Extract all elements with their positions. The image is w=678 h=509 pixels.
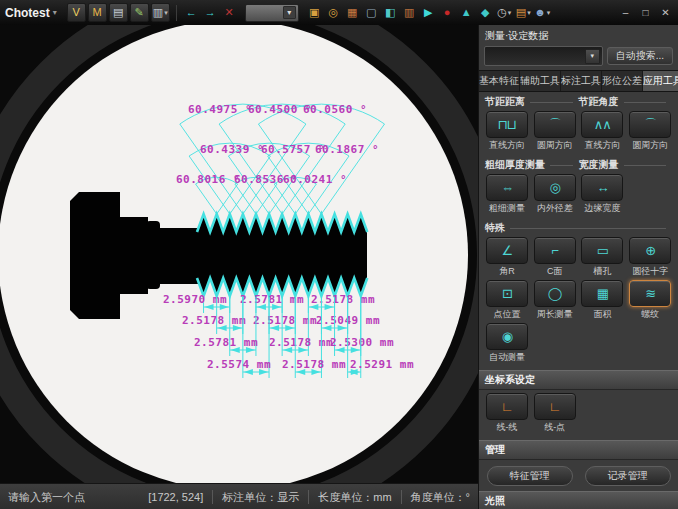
manage-section-header: 管理	[479, 440, 678, 460]
tool-边缘宽度[interactable]: ↔边缘宽度	[580, 174, 626, 215]
auto-measure-icon: ◉	[486, 323, 528, 350]
minimize-button[interactable]: –	[618, 6, 633, 20]
edit-note-icon[interactable]: ✎	[130, 3, 149, 22]
record-icon[interactable]: ●	[439, 4, 456, 21]
chevron-down-icon: ▾	[585, 49, 600, 64]
manage-buttons: 特征管理记录管理	[479, 462, 678, 488]
app-window: Chotest ▾ VM▤✎▥▾←→✕▾▣◎▦▢◧▥▶●▲◆◷▾▤▾☻▾ –□✕	[0, 0, 678, 509]
window-controls: –□✕	[618, 6, 673, 20]
tool-粗细测量[interactable]: ⇔粗细测量	[484, 174, 530, 215]
manage-button-记录管理[interactable]: 记录管理	[585, 466, 671, 486]
folder-icon[interactable]: M	[88, 3, 107, 22]
tool-直线方向[interactable]: ∧∧直线方向	[580, 111, 626, 152]
color-detect-icon[interactable]: ◆	[477, 4, 494, 21]
section-header: 粗细厚度测量	[485, 158, 579, 172]
zoom-search-icon[interactable]: ◎	[325, 4, 342, 21]
point-position-icon: ⊡	[486, 280, 528, 307]
tool-线-线[interactable]: ∟线-线	[484, 393, 530, 434]
panel-tabs: 基本特征辅助工具标注工具形位公差应用工具	[479, 70, 678, 92]
display-icon[interactable]: ▢	[363, 4, 380, 21]
feature-select-row: ▾ 自动搜索...	[479, 46, 678, 70]
tool-槽孔[interactable]: ▭槽孔	[580, 237, 626, 278]
app-menu-button[interactable]: Chotest ▾	[5, 6, 57, 20]
pitch-measurement-label: 2.5781 mm	[240, 293, 304, 306]
angle-measurement-label: 60.0241 °	[283, 173, 347, 186]
status-separator	[308, 490, 309, 504]
delete-icon[interactable]: ✕	[221, 4, 238, 21]
tool-label: 圆周方向	[537, 139, 573, 152]
tool-内外径差[interactable]: ◎内外径差	[532, 174, 578, 215]
save-icon[interactable]: ▤	[109, 3, 128, 22]
chevron-down-icon: ▾	[53, 8, 57, 17]
tool-自动测量[interactable]: ◉自动测量	[484, 323, 530, 364]
tab-辅助工具[interactable]: 辅助工具	[520, 71, 561, 91]
pitch-distance-linear-icon: ⊓⊔	[486, 111, 528, 138]
tool-label: 线-线	[496, 421, 517, 434]
history-icon[interactable]: ◷▾	[496, 4, 513, 21]
tab-形位公差[interactable]: 形位公差	[602, 71, 643, 91]
pitch-measurement-label: 2.5178 mm	[269, 336, 333, 349]
camera-icon[interactable]: ◧	[382, 4, 399, 21]
pitch-measurement-label: 2.5291 mm	[350, 358, 414, 371]
tool-label: 自动测量	[489, 351, 525, 364]
pitch-angle-circular-icon: ⌒	[629, 111, 671, 138]
tool-label: 粗细测量	[489, 202, 525, 215]
layers-icon[interactable]: ▤▾	[515, 4, 532, 21]
angle-measurement-label: 60.4975 °	[188, 103, 252, 116]
light-section-header: 光照	[479, 491, 678, 509]
camera-view[interactable]: 60.4975 °60.4500 °60.0560 °60.4339 °60.5…	[0, 25, 478, 483]
grid-view-icon[interactable]: ▦	[344, 4, 361, 21]
preset-dropdown[interactable]: ▾	[245, 4, 299, 22]
play-icon[interactable]: ▶	[420, 4, 437, 21]
tool-点位置[interactable]: ⊡点位置	[484, 280, 530, 321]
tool-label: 点位置	[493, 308, 520, 321]
feature-select[interactable]: ▾	[484, 46, 603, 66]
vector-file-icon[interactable]: V	[67, 3, 86, 22]
tool-线-点[interactable]: ∟线-点	[532, 393, 578, 434]
tool-直线方向[interactable]: ⊓⊔直线方向	[484, 111, 530, 152]
workspace-column: 60.4975 °60.4500 °60.0560 °60.4339 °60.5…	[0, 25, 478, 509]
close-button[interactable]: ✕	[658, 6, 673, 20]
section-header: 特殊	[485, 221, 672, 235]
tool-C面[interactable]: ⌐C面	[532, 237, 578, 278]
tool-面积[interactable]: ▦面积	[580, 280, 626, 321]
tool-周长测量[interactable]: ◯周长测量	[532, 280, 578, 321]
user-icon[interactable]: ☻▾	[534, 4, 551, 21]
pitch-distance-circular-icon: ⌒	[534, 111, 576, 138]
pitch-measurement-label: 2.5178 mm	[182, 314, 246, 327]
tool-label: 线-点	[544, 421, 565, 434]
pitch-measurement-label: 2.5781 mm	[194, 336, 258, 349]
photo-icon[interactable]: ▣	[306, 4, 323, 21]
pitch-measurement-label: 2.5178 mm	[311, 293, 375, 306]
tool-圆周方向[interactable]: ⌒圆周方向	[532, 111, 578, 152]
thread-icon: ≋	[629, 280, 671, 307]
measurement-canvas[interactable]: 60.4975 °60.4500 °60.0560 °60.4339 °60.5…	[0, 25, 478, 483]
barcode-icon[interactable]: ▥	[401, 4, 418, 21]
tab-应用工具[interactable]: 应用工具	[643, 71, 678, 91]
tool-圆周方向[interactable]: ⌒圆周方向	[627, 111, 673, 152]
back-arrow-icon[interactable]: ←	[183, 4, 200, 21]
tool-groups: 节距距离节距角度⊓⊔直线方向⌒圆周方向∧∧直线方向⌒圆周方向粗细厚度测量宽度测量…	[479, 92, 678, 367]
angle-measurement-label: 60.4339 °	[200, 143, 264, 156]
tool-圆径十字[interactable]: ⊕圆径十字	[627, 237, 673, 278]
manage-button-特征管理[interactable]: 特征管理	[487, 466, 573, 486]
coord-section-header: 坐标系设定	[479, 370, 678, 390]
maximize-button[interactable]: □	[638, 6, 653, 20]
region-detect-icon[interactable]: ▲	[458, 4, 475, 21]
tool-角R[interactable]: ∠角R	[484, 237, 530, 278]
print-icon[interactable]: ▥▾	[151, 3, 170, 22]
pitch-angle-linear-icon: ∧∧	[581, 111, 623, 138]
tab-基本特征[interactable]: 基本特征	[479, 71, 520, 91]
pitch-measurement-label: 2.5300 mm	[330, 336, 394, 349]
auto-search-button[interactable]: 自动搜索...	[607, 47, 673, 65]
main-toolbar: Chotest ▾ VM▤✎▥▾←→✕▾▣◎▦▢◧▥▶●▲◆◷▾▤▾☻▾ –□✕	[0, 0, 678, 25]
tool-label: 周长测量	[537, 308, 573, 321]
tool-label: 槽孔	[593, 265, 611, 278]
tab-标注工具[interactable]: 标注工具	[561, 71, 602, 91]
perimeter-measure-icon: ◯	[534, 280, 576, 307]
forward-arrow-icon[interactable]: →	[202, 4, 219, 21]
tool-螺纹[interactable]: ≋螺纹	[627, 280, 673, 321]
status-bar: 请输入第一个点 [1722, 524] 标注单位：显示 长度单位：mm 角度单位…	[0, 483, 478, 509]
length-unit-status: 长度单位：mm	[318, 490, 391, 505]
area-icon: ▦	[581, 280, 623, 307]
